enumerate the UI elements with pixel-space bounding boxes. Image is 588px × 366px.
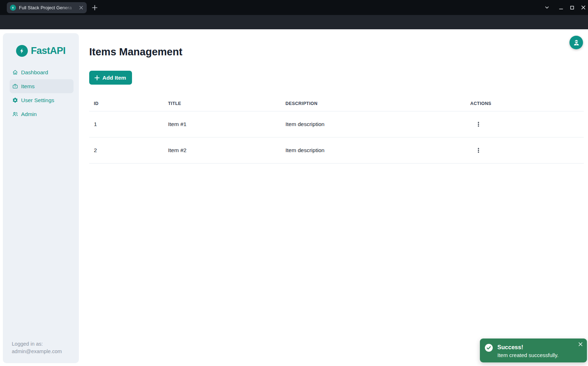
column-header-description: DESCRIPTION xyxy=(281,96,466,111)
cell-title: Item #1 xyxy=(163,111,281,137)
browser-titlebar: Full Stack Project Genera xyxy=(0,0,588,15)
tab-search-chevron-icon[interactable] xyxy=(543,3,551,12)
briefcase-icon xyxy=(12,83,18,89)
sidebar-item-dashboard[interactable]: Dashboard xyxy=(10,65,74,79)
table-row: 2 Item #2 Item description xyxy=(89,137,584,163)
fastapi-logo-text: FastAPI xyxy=(31,45,65,56)
cell-id: 2 xyxy=(89,137,163,163)
success-toast: Success! Item created successfully. xyxy=(480,339,587,362)
logged-in-email: admin@example.com xyxy=(12,348,62,355)
check-circle-icon xyxy=(485,344,493,352)
cell-title: Item #2 xyxy=(163,137,281,163)
minimize-icon[interactable] xyxy=(557,3,565,12)
sidebar-item-label: User Settings xyxy=(21,97,54,104)
column-header-actions: ACTIONS xyxy=(466,96,584,111)
fastapi-lightning-icon xyxy=(16,45,28,57)
sidebar-item-label: Admin xyxy=(21,111,37,117)
tab-close-icon[interactable] xyxy=(78,5,84,11)
sidebar-item-admin[interactable]: Admin xyxy=(10,107,74,121)
close-icon[interactable] xyxy=(579,3,588,12)
sidebar-item-items[interactable]: Items xyxy=(10,79,74,93)
sidebar: FastAPI Dashboard Items xyxy=(3,33,79,363)
column-header-title: TITLE xyxy=(163,96,281,111)
user-avatar-button[interactable] xyxy=(569,36,583,49)
gear-icon xyxy=(12,97,18,103)
add-item-button[interactable]: Add Item xyxy=(89,71,132,85)
logged-in-footer: Logged in as: admin@example.com xyxy=(12,340,62,355)
tab-title: Full Stack Project Genera xyxy=(19,5,78,10)
new-tab-button[interactable] xyxy=(90,3,99,12)
browser-window: Full Stack Project Genera xyxy=(0,0,588,366)
browser-tab[interactable]: Full Stack Project Genera xyxy=(7,2,87,13)
page-title: Items Management xyxy=(89,45,182,59)
cell-description: Item description xyxy=(281,137,466,163)
toast-body: Success! Item created successfully. xyxy=(497,343,558,359)
cell-description: Item description xyxy=(281,111,466,137)
table-row: 1 Item #1 Item description xyxy=(89,111,584,137)
column-header-id: ID xyxy=(89,96,163,111)
toast-close-icon[interactable] xyxy=(578,341,583,347)
logged-in-label: Logged in as: xyxy=(12,340,62,348)
users-icon xyxy=(12,111,18,117)
toast-message: Item created successfully. xyxy=(497,351,558,359)
cell-id: 1 xyxy=(89,111,163,137)
row-actions-kebab-icon[interactable] xyxy=(473,145,483,155)
user-avatar-icon xyxy=(572,39,581,47)
row-actions-kebab-icon[interactable] xyxy=(473,119,483,129)
sidebar-item-user-settings[interactable]: User Settings xyxy=(10,93,74,107)
home-icon xyxy=(12,69,18,75)
sidebar-item-label: Items xyxy=(21,83,35,90)
tab-favicon-lightning-icon xyxy=(10,5,16,11)
sidebar-nav: Dashboard Items User Settings xyxy=(10,65,74,121)
toast-title: Success! xyxy=(497,343,558,351)
maximize-icon[interactable] xyxy=(568,3,576,12)
browser-toolbar: localhost/items xyxy=(0,15,588,29)
plus-icon xyxy=(94,75,100,81)
page-content: FastAPI Dashboard Items xyxy=(0,29,588,366)
sidebar-item-label: Dashboard xyxy=(21,69,48,76)
fastapi-logo: FastAPI xyxy=(3,45,79,57)
add-item-label: Add Item xyxy=(102,75,126,81)
items-table: ID TITLE DESCRIPTION ACTIONS 1 Item #1 I… xyxy=(89,96,584,164)
table-header-row: ID TITLE DESCRIPTION ACTIONS xyxy=(89,96,584,111)
